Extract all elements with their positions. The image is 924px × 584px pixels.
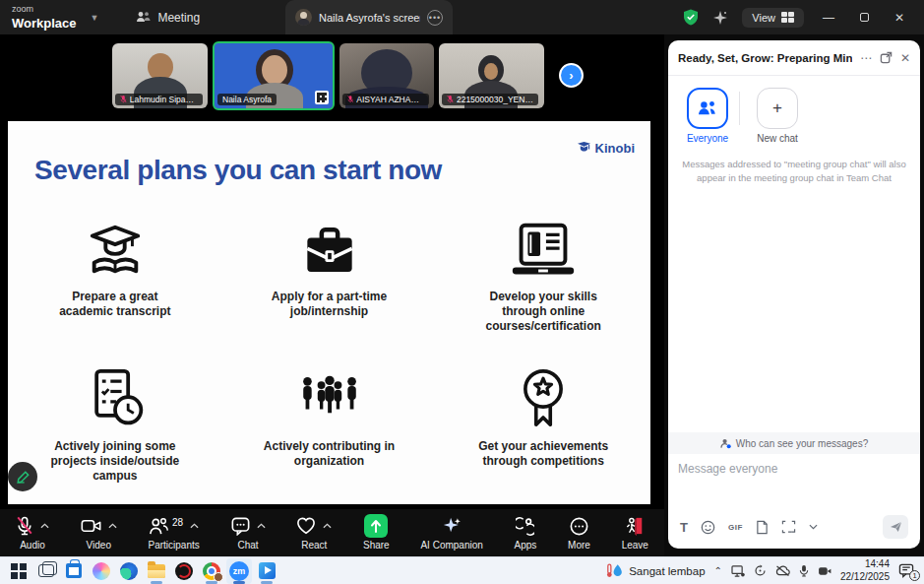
view-button[interactable]: View (742, 8, 804, 28)
zoom-workplace-window: zoom Workplace ▼ Meeting Naila Asyrofa's… (0, 0, 924, 584)
task-view-button[interactable] (33, 558, 59, 584)
chrome-profile-avatar (214, 572, 223, 582)
next-participants-button[interactable]: › (559, 63, 584, 88)
chevron-up-icon[interactable] (40, 523, 49, 529)
send-plane-icon (890, 521, 902, 533)
clock-date: 22/12/2025 (840, 571, 890, 584)
chat-header: Ready, Set, Grow: Preparing Mindset for … (668, 40, 920, 76)
notification-count-badge: 1 (909, 570, 920, 581)
participant-tile-active-speaker[interactable]: Naila Asyrofa (213, 41, 335, 110)
tab-screen-share[interactable]: Naila Asyrofa's screen ••• (285, 0, 453, 34)
participant-name-badge: Lahmudin Sipahutar . (115, 94, 203, 105)
chat-button[interactable]: Chat (231, 515, 266, 551)
tab-options-icon[interactable]: ••• (427, 10, 443, 26)
sparkle-icon[interactable] (712, 10, 728, 26)
chat-target-everyone[interactable]: Everyone (682, 88, 733, 144)
microsoft-store-button[interactable] (61, 558, 87, 584)
network-display-icon[interactable] (731, 565, 745, 577)
participant-name-badge: AISYAH AZHAR ADAM (342, 94, 429, 105)
red-app-icon (175, 562, 193, 580)
text-format-icon[interactable]: T (680, 520, 688, 535)
windows-taskbar: zm Sangat lembap ⌃ 14:44 22/12/2025 1 (0, 556, 924, 584)
file-explorer-button[interactable] (144, 558, 169, 584)
camera-tray-icon[interactable] (818, 566, 832, 576)
media-player-button[interactable] (254, 558, 279, 584)
slide-title: Several plans you can start now (34, 155, 442, 186)
share-button[interactable]: Share (363, 515, 390, 551)
gif-icon[interactable]: GIF (728, 523, 743, 532)
red-app-button[interactable] (171, 558, 197, 584)
main-area: Lahmudin Sipahutar . Naila Asyrofa AISYA… (0, 34, 924, 556)
chat-message-input[interactable] (668, 454, 920, 511)
video-button[interactable]: Video (81, 515, 117, 551)
copilot-icon (92, 562, 110, 580)
screenshot-icon[interactable] (781, 520, 796, 534)
participants-icon (149, 517, 168, 536)
sync-icon[interactable] (754, 564, 767, 577)
chat-bubble-icon (231, 517, 250, 536)
chat-close-icon[interactable]: ✕ (900, 51, 910, 65)
plan-item: Prepare a great academic transcript (8, 206, 222, 334)
minimize-button[interactable]: — (818, 11, 839, 25)
privacy-bar[interactable]: Who can see your messages? (668, 432, 920, 454)
chat-target-new-chat[interactable]: + New chat (752, 88, 803, 144)
microphone-tray-icon[interactable] (799, 564, 809, 577)
participant-tile[interactable]: Lahmudin Sipahutar . (112, 43, 208, 108)
award-ribbon-icon (515, 365, 572, 430)
plan-item: Actively joining some projects inside/ou… (8, 356, 222, 484)
participants-button[interactable]: 28 Participants (149, 515, 200, 551)
apps-button[interactable]: Apps (515, 515, 537, 551)
chevron-up-icon[interactable] (108, 523, 117, 529)
notification-center-button[interactable]: 1 (898, 563, 914, 578)
emoji-icon[interactable] (701, 520, 715, 535)
ai-companion-button[interactable]: AI Companion (420, 515, 482, 551)
maximize-button[interactable] (853, 11, 875, 25)
folder-icon (148, 564, 165, 578)
close-button[interactable]: ✕ (889, 11, 910, 25)
audio-button[interactable]: Audio (16, 515, 49, 551)
chat-menu-icon[interactable]: ⋯ (860, 51, 872, 65)
send-button[interactable] (883, 515, 908, 539)
chrome-button[interactable] (199, 558, 224, 584)
copilot-button[interactable] (89, 558, 114, 584)
file-attach-icon[interactable] (756, 520, 769, 535)
chevron-up-icon[interactable] (257, 523, 266, 529)
kinobi-logo-icon (577, 142, 591, 155)
briefcase-icon (301, 224, 358, 281)
laptop-courses-icon (505, 222, 582, 281)
chevron-up-icon[interactable] (190, 523, 199, 529)
security-shield-icon[interactable] (683, 9, 699, 26)
leave-door-icon (626, 516, 645, 536)
share-screen-icon (364, 514, 388, 538)
clock-widget[interactable]: 14:44 22/12/2025 (840, 558, 890, 583)
edge-button[interactable] (116, 558, 142, 584)
chat-notice: Messages addressed to "meeting group cha… (668, 158, 920, 185)
participant-tile[interactable]: AISYAH AZHAR ADAM (339, 43, 434, 108)
tab-meeting[interactable]: Meeting (136, 11, 200, 25)
app-brand[interactable]: zoom Workplace ▼ (12, 5, 98, 31)
pop-out-icon[interactable] (880, 51, 893, 64)
chat-message-list[interactable] (668, 185, 920, 432)
chat-format-bar: T GIF (668, 511, 920, 549)
weather-label: Sangat lembap (629, 565, 705, 577)
annotation-pencil-button[interactable] (8, 462, 37, 491)
leave-button[interactable]: Leave (622, 515, 648, 551)
more-button[interactable]: More (568, 515, 590, 551)
zoom-app-button[interactable]: zm (226, 558, 252, 584)
plan-item: Actively contributing in organization (222, 356, 437, 484)
react-button[interactable]: React (296, 515, 332, 551)
view-label: View (752, 12, 775, 24)
weather-widget[interactable]: Sangat lembap (606, 562, 705, 579)
onedrive-paused-icon[interactable] (775, 565, 790, 576)
start-button[interactable] (6, 558, 31, 584)
tray-expand-icon[interactable]: ⌃ (714, 565, 722, 576)
plan-label: Actively joining some projects inside/ou… (50, 439, 179, 484)
participant-tile[interactable]: 2215000030_YENNY ... (439, 43, 544, 108)
qr-code (315, 91, 329, 104)
mic-muted-icon (447, 95, 454, 103)
chevron-down-icon[interactable]: ▼ (91, 13, 99, 23)
chevron-up-icon[interactable] (323, 523, 332, 529)
clock-time: 14:44 (840, 558, 890, 571)
chevron-down-icon[interactable] (809, 524, 818, 530)
plan-item: Apply for a part-time job/internship (222, 206, 437, 334)
